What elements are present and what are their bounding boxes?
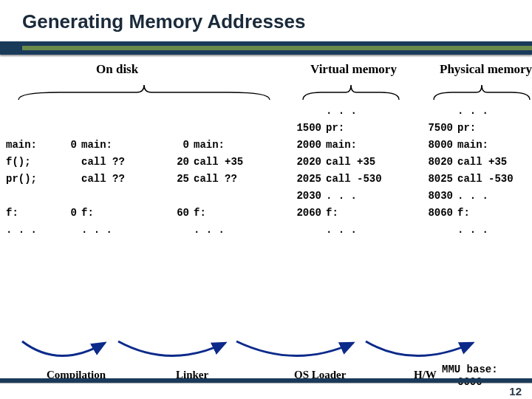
c1-dots: . . . xyxy=(81,224,112,236)
c3-call2: call -530 xyxy=(326,173,382,185)
c2-main: main: xyxy=(194,139,225,151)
c4-f: f: xyxy=(457,207,470,219)
c1-addr-f: 0 xyxy=(52,207,81,219)
footer-divider xyxy=(0,378,532,383)
c1-addr-0: 0 xyxy=(52,139,81,151)
c4-addr-8000: 8000 xyxy=(423,139,457,151)
brace-on-disk xyxy=(15,81,273,103)
c1-main: main: xyxy=(81,139,112,151)
brace-physical xyxy=(430,81,532,103)
physical-column: . . . 7500pr: 8000main: 8020call +35 802… xyxy=(423,102,532,238)
c1-call1: call ?? xyxy=(81,156,125,168)
c2-call2: call ?? xyxy=(194,173,237,185)
c4-call1: call +35 xyxy=(457,156,507,168)
c2-f: f: xyxy=(194,207,206,219)
c3-pr: pr: xyxy=(326,122,344,134)
src-main: main: xyxy=(6,139,40,151)
c4-dots1: . . . xyxy=(457,190,488,202)
c1-f: f: xyxy=(81,207,94,219)
c3-call1: call +35 xyxy=(326,156,375,168)
c2-addr-0: 0 xyxy=(164,139,194,151)
source-column: main: f(); pr(); f: . . . xyxy=(6,136,50,238)
mmu-base-label: MMU base:6000 xyxy=(442,364,498,389)
c2-call1: call +35 xyxy=(194,156,243,168)
c3-dots2: . . . xyxy=(326,224,357,236)
c3-addr-2000: 2000 xyxy=(292,139,326,151)
header-on-disk: On disk xyxy=(96,62,138,77)
c3-addr-2060: 2060 xyxy=(292,207,326,219)
c4-pr: pr: xyxy=(457,122,476,134)
linked-column: 0main: 20call +35 25call ?? 60f: . . . xyxy=(164,136,290,238)
c2-addr-25: 25 xyxy=(164,173,194,185)
c3-addr-2030: 2030 xyxy=(292,190,326,202)
c4-addr-8020: 8020 xyxy=(423,156,457,168)
c4-addr-8025: 8025 xyxy=(423,173,457,185)
src-dots: . . . xyxy=(6,224,40,236)
c4-call2: call -530 xyxy=(457,173,514,185)
virtual-column: . . . 1500pr: 2000main: 2020call +35 202… xyxy=(292,102,421,238)
src-f-call: f(); xyxy=(6,156,34,168)
c1-call2: call ?? xyxy=(81,173,125,185)
c2-addr-20: 20 xyxy=(164,156,194,168)
src-f-label: f: xyxy=(6,207,21,219)
src-pr-call: pr(); xyxy=(6,173,40,185)
c2-addr-60: 60 xyxy=(164,207,194,219)
c4-addr-8060: 8060 xyxy=(423,207,457,219)
page-number: 12 xyxy=(509,385,522,398)
header-virtual: Virtual memory xyxy=(310,62,397,77)
c3-pre-dots: . . . xyxy=(326,105,357,117)
c2-dots: . . . xyxy=(194,224,225,236)
c4-addr-8030: 8030 xyxy=(423,190,457,202)
c4-dots2: . . . xyxy=(457,224,488,236)
c4-main: main: xyxy=(457,139,488,151)
title-divider xyxy=(0,41,532,55)
c3-addr-1500: 1500 xyxy=(292,122,326,134)
c4-addr-7500: 7500 xyxy=(423,122,457,134)
slide-title: Generating Memory Addresses xyxy=(0,0,532,33)
c3-main: main: xyxy=(326,139,357,151)
c3-dots1: . . . xyxy=(326,190,357,202)
c3-f: f: xyxy=(326,207,338,219)
c3-addr-2025: 2025 xyxy=(292,173,326,185)
c4-pre-dots: . . . xyxy=(457,105,488,117)
header-physical: Physical memory xyxy=(440,62,532,77)
c3-addr-2020: 2020 xyxy=(292,156,326,168)
compiled-column: 0main: call ?? call ?? 0f: . . . xyxy=(52,136,163,238)
brace-virtual xyxy=(299,81,403,103)
